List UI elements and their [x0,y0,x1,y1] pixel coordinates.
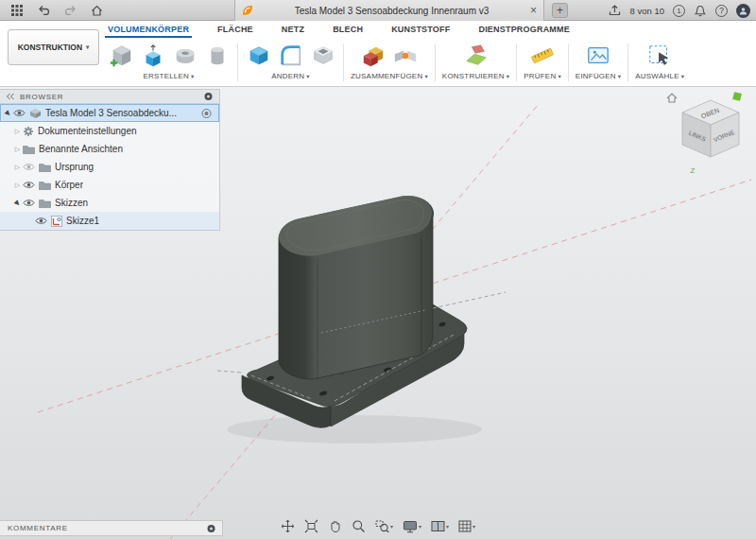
fillet-icon [279,43,303,68]
press-pull-icon [247,43,271,68]
home-icon[interactable] [87,0,106,21]
measure-button[interactable] [529,42,557,69]
browser-item-label: Benannte Ansichten [39,144,123,154]
avatar[interactable] [736,4,750,18]
viewports-icon[interactable]: ▾ [430,519,450,533]
browser-item-label: Körper [55,180,83,190]
eye-icon[interactable] [13,109,26,117]
help-icon[interactable]: ? [715,5,728,17]
viewcube-home-icon[interactable] [667,94,677,102]
fit-view-icon[interactable] [303,518,319,534]
browser-item-skizzen[interactable]: ▶ Skizzen [0,194,219,212]
zoom-window-icon[interactable]: ▾ [374,518,394,534]
browser-item-dokumenteinstellungen[interactable]: ▷ Dokumenteinstellungen [0,122,219,140]
group-konstruieren-label[interactable]: KONSTRUIEREN ▾ [442,72,509,80]
joint-button[interactable] [391,42,419,69]
browser-item-label: Skizzen [55,198,88,208]
activate-component-radio[interactable] [201,108,212,118]
eye-icon[interactable] [23,181,35,189]
tab-dienstprogramme[interactable]: DIENSTPROGRAMME [478,21,570,38]
group-einfuegen-label[interactable]: EINFÜGEN ▾ [576,72,621,80]
extrude-button[interactable] [139,42,166,69]
ribbon-tabs: VOLUMENKÖRPER FLÄCHE NETZ BLECH KUNSTSTO… [108,21,570,38]
primitive-button[interactable] [203,42,231,69]
hand-pan-icon[interactable] [327,518,343,534]
eye-icon[interactable] [23,163,35,171]
job-status-icon[interactable] [609,0,622,21]
viewcube-y-axis-marker [732,92,742,101]
group-pruefen-label[interactable]: PRÜFEN ▾ [524,72,561,80]
select-button[interactable] [646,42,674,69]
eye-icon[interactable] [23,199,35,207]
fillet-button[interactable] [277,42,304,69]
component-icon [29,108,42,119]
group-erstellen-label[interactable]: ERSTELLEN ▾ [144,72,195,80]
caret-icon: ▾ [86,43,89,51]
browser-item-benannte-ansichten[interactable]: ▷ Benannte Ansichten [0,140,219,158]
collapsed-arrow-icon[interactable]: ▷ [12,128,23,135]
display-settings-icon[interactable]: ▾ [402,519,422,534]
collapsed-arrow-icon[interactable]: ▷ [12,146,23,153]
tab-netz[interactable]: NETZ [282,21,304,38]
bell-icon[interactable] [694,0,707,21]
tower-body[interactable] [279,196,434,378]
group-auswaehlen: AUSWÄHLE ▾ [628,39,691,86]
viewcube[interactable]: OBEN LINKS VORNE Z [662,89,756,183]
pan-icon[interactable] [280,518,296,534]
browser-panel: BROWSER ▶ Tesla Model 3 Sensoabdecku... … [0,89,220,231]
tab-flaeche[interactable]: FLÄCHE [217,21,253,38]
group-zusammenfuegen: ZUSAMMENFÜGEN ▾ [344,39,435,86]
group-aendern-label[interactable]: ÄNDERN ▾ [271,72,309,80]
eye-icon[interactable] [35,217,47,225]
collapsed-arrow-icon[interactable]: ▷ [12,164,23,171]
group-label-text: ERSTELLEN [144,72,189,80]
panel-options-icon[interactable] [207,524,215,532]
press-pull-button[interactable] [245,42,272,69]
document-tab[interactable]: Tesla Model 3 Sensoabdeckung Innenraum v… [234,0,544,21]
browser-header[interactable]: BROWSER [0,90,219,104]
select-cursor-icon [647,43,672,68]
tab-kunststoff[interactable]: KUNSTSTOFF [391,21,450,38]
close-tab-icon[interactable]: × [530,5,537,16]
zoom-icon[interactable] [351,518,367,534]
group-label-text: ÄNDERN [271,72,304,80]
browser-item-label: Dokumenteinstellungen [38,126,137,136]
ground-shadow [227,415,482,443]
group-auswaehlen-label[interactable]: AUSWÄHLE ▾ [635,72,684,80]
workspace-selector[interactable]: KONSTRUKTION ▾ [8,29,99,65]
new-body-icon [109,43,133,68]
group-label-text: PRÜFEN [524,72,556,80]
browser-item-koerper[interactable]: ▷ Körper [0,176,219,194]
browser-item-skizze1[interactable]: Skizze1 [0,212,219,230]
caret-icon: ▾ [419,523,421,530]
notification-count-badge[interactable]: 1 [673,5,685,17]
collapse-panel-icon[interactable] [6,93,15,100]
redo-icon[interactable] [60,0,79,21]
grid-glyph [11,5,23,16]
collapsed-arrow-icon[interactable]: ▷ [12,182,23,189]
group-pruefen: PRÜFEN ▾ [517,39,568,86]
tab-volumenkoerper[interactable]: VOLUMENKÖRPER [108,21,189,38]
undo-icon[interactable] [34,0,53,21]
shell-button[interactable] [309,42,336,69]
revolve-button[interactable] [171,42,198,69]
caret-icon: ▾ [306,73,309,80]
grid-settings-icon[interactable]: ▾ [457,519,476,533]
caret-icon: ▾ [618,73,621,80]
titlebar: Tesla Model 3 Sensoabdeckung Innenraum v… [0,0,756,21]
comments-panel[interactable]: KOMMENTARE [0,520,223,536]
construction-plane-button[interactable] [462,42,490,69]
join-button[interactable] [359,42,387,69]
folder-icon [39,199,51,208]
group-zusammenfuegen-label[interactable]: ZUSAMMENFÜGEN ▾ [351,72,428,80]
panel-options-icon[interactable] [204,93,213,101]
tab-blech[interactable]: BLECH [333,21,363,38]
browser-item-root[interactable]: ▶ Tesla Model 3 Sensoabdecku... [0,104,219,122]
group-label-text: KONSTRUIEREN [442,72,505,80]
new-tab-button[interactable]: + [552,3,568,18]
browser-item-ursprung[interactable]: ▷ Ursprung [0,158,219,176]
new-component-button[interactable] [107,42,134,69]
data-panel-icon[interactable] [8,0,26,21]
caret-icon: ▾ [681,73,684,80]
insert-canvas-button[interactable] [585,42,612,69]
